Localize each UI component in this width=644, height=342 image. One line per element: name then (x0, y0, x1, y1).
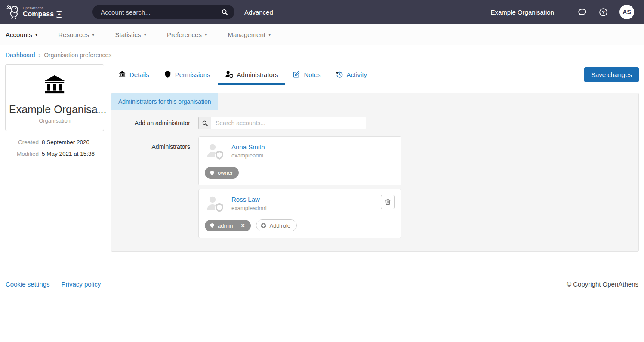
role-badge-row: admin × Add role (205, 219, 395, 231)
modified-label: Modified (5, 151, 39, 157)
org-meta: Created 8 September 2020 Modified 5 May … (5, 139, 104, 157)
administrators-list-row: Administrators (111, 136, 638, 242)
chevron-down-icon: ▾ (92, 32, 95, 37)
add-administrator-row: Add an administrator (111, 117, 638, 129)
admin-name-link[interactable]: Ross Law (231, 196, 267, 203)
feedback-chat-button[interactable] (577, 7, 587, 17)
cookie-settings-link[interactable]: Cookie settings (6, 280, 50, 288)
organisation-card: Example Organisa... Organisation (5, 64, 104, 131)
top-header: OpenAthens Compass + Advanced Example Or… (0, 0, 644, 24)
account-search-input[interactable] (100, 8, 221, 16)
admin-username: exampleadm (231, 152, 265, 159)
panel-title-tab: Administrators for this organisation (111, 93, 218, 110)
chevron-down-icon: ▾ (268, 32, 271, 37)
brand-compass-label: Compass (23, 11, 54, 18)
tab-notes[interactable]: Notes (285, 64, 328, 85)
modified-row: Modified 5 May 2021 at 15:36 (5, 151, 104, 157)
note-edit-icon (293, 71, 300, 78)
nav-item-preferences[interactable]: Preferences ▾ (167, 31, 216, 38)
plus-circle-icon (260, 222, 267, 229)
nav-item-management[interactable]: Management ▾ (228, 31, 279, 38)
bank-icon (118, 71, 126, 78)
privacy-policy-link[interactable]: Privacy policy (62, 280, 101, 288)
shield-icon (210, 170, 215, 176)
admin-identity: Anna Smith exampleadm (231, 142, 265, 159)
brand-text: OpenAthens Compass + (23, 6, 62, 18)
shield-icon (210, 223, 215, 228)
user-avatar[interactable]: AS (619, 5, 634, 19)
admin-avatar-icon (205, 195, 225, 213)
help-icon (598, 7, 608, 17)
tab-details[interactable]: Details (111, 64, 157, 85)
tab-administrators[interactable]: Administrators (218, 64, 286, 85)
modified-value: 5 May 2021 at 15:36 (42, 151, 95, 157)
role-badge-owner: owner (205, 167, 239, 179)
chevron-down-icon: ▾ (205, 32, 207, 37)
tab-activity[interactable]: Activity (328, 64, 375, 85)
openathens-owl-icon (6, 4, 21, 20)
role-badge-row: owner (205, 167, 395, 179)
breadcrumb: Dashboard › Organisation preferences (0, 45, 644, 64)
chevron-down-icon: ▾ (35, 32, 38, 37)
help-button[interactable] (598, 7, 608, 17)
created-label: Created (5, 139, 39, 145)
add-role-button[interactable]: Add role (256, 219, 297, 231)
org-sidebar: Example Organisa... Organisation Created… (5, 64, 104, 162)
history-icon (336, 71, 343, 78)
advanced-search-link[interactable]: Advanced (244, 9, 273, 16)
organisation-building-icon (41, 73, 68, 97)
admin-search-input[interactable] (211, 117, 366, 129)
admin-avatar-icon (205, 142, 225, 160)
account-search-box[interactable] (92, 5, 234, 19)
remove-role-icon[interactable]: × (241, 222, 244, 228)
tab-bar: Details Permissions Administrators Notes… (111, 64, 639, 85)
app-root: OpenAthens Compass + Advanced Example Or… (0, 0, 644, 294)
chat-bubble-icon (577, 7, 587, 17)
page-footer: Cookie settings Privacy policy © Copyrig… (0, 274, 644, 294)
administrators-label: Administrators (111, 136, 190, 242)
brand-openathens-label: OpenAthens (23, 6, 62, 10)
organisation-title: Example Organisa... (9, 103, 100, 116)
admin-card-anna-smith: Anna Smith exampleadm owner (198, 136, 401, 185)
nav-item-statistics[interactable]: Statistics ▾ (115, 31, 155, 38)
admin-identity: Ross Law exampleadmrl (231, 195, 267, 211)
created-value: 8 September 2020 (42, 139, 89, 145)
organisation-type-label: Organisation (9, 117, 100, 124)
current-organisation-label: Example Organisation (490, 9, 554, 16)
nav-item-accounts[interactable]: Accounts ▾ (6, 31, 46, 38)
content-area: Details Permissions Administrators Notes… (111, 64, 639, 252)
search-icon[interactable] (221, 9, 228, 16)
shield-icon (164, 71, 172, 78)
admin-username: exampleadmrl (231, 205, 267, 211)
person-shield-icon (225, 70, 234, 79)
admin-search-group (198, 117, 366, 129)
admin-card-ross-law: Ross Law exampleadmrl admin (198, 189, 401, 238)
search-icon (199, 117, 211, 129)
add-administrator-label: Add an administrator (111, 117, 190, 129)
save-changes-button[interactable]: Save changes (584, 67, 639, 82)
main-content: Example Organisa... Organisation Created… (0, 64, 644, 252)
breadcrumb-dashboard-link[interactable]: Dashboard (6, 52, 35, 59)
admin-name-link[interactable]: Anna Smith (231, 143, 265, 151)
copyright-text: © Copyright OpenAthens (567, 280, 638, 288)
main-nav: Accounts ▾ Resources ▾ Statistics ▾ Pref… (0, 24, 644, 45)
trash-icon (384, 198, 391, 206)
created-row: Created 8 September 2020 (5, 139, 104, 145)
chevron-down-icon: ▾ (144, 32, 146, 37)
breadcrumb-current: Organisation preferences (44, 52, 111, 59)
remove-admin-button[interactable] (381, 195, 395, 209)
nav-item-resources[interactable]: Resources ▾ (58, 31, 103, 38)
brand-logo[interactable]: OpenAthens Compass + (6, 4, 62, 20)
role-badge-admin: admin × (205, 220, 251, 231)
breadcrumb-separator-icon: › (39, 52, 41, 59)
tab-permissions[interactable]: Permissions (157, 64, 218, 85)
compass-plus-icon: + (56, 11, 62, 18)
administrators-panel: Administrators for this organisation Add… (111, 93, 639, 252)
